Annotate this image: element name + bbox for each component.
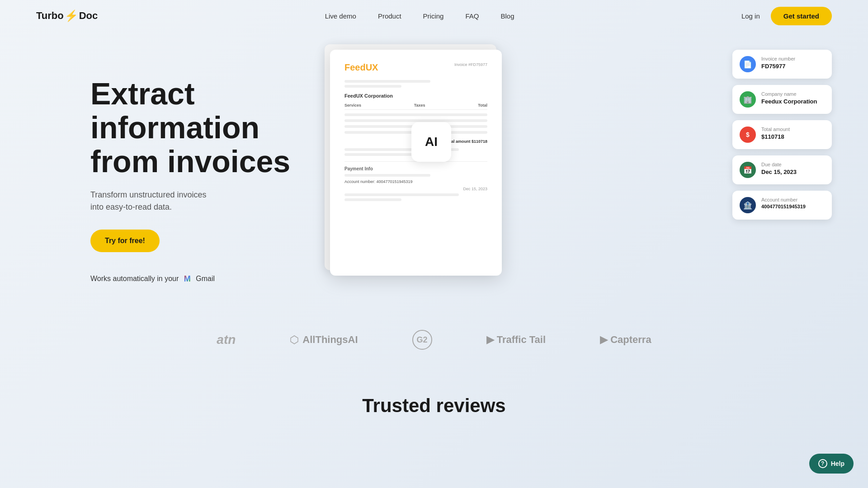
- help-label: Help: [831, 460, 844, 467]
- invoice-total-text: Total amount $110718: [445, 139, 487, 144]
- partner-allthingsai: AllThingsAI: [290, 334, 358, 346]
- info-card-invoice-number-value: FD75977: [761, 63, 795, 70]
- partner-atn: atn: [217, 333, 236, 347]
- ai-badge-text: AI: [425, 135, 438, 149]
- hero-section: Extract information from invoices Transf…: [0, 32, 868, 312]
- invoice-payment-section: Payment Info Account number: 40047701519…: [344, 161, 487, 201]
- headline-line2: information: [90, 110, 259, 145]
- hero-visual: FeedUX Invoice #FD75977 FeedUX Corporati…: [316, 50, 832, 285]
- invoice-table-header: Services Taxes Total: [344, 103, 487, 110]
- try-for-free-button[interactable]: Try for free!: [90, 230, 160, 252]
- info-card-invoice-number-content: Invoice number FD75977: [761, 56, 795, 70]
- info-card-due-date-value: Dec 15, 2023: [761, 169, 797, 175]
- trusted-reviews-heading: Trusted reviews: [36, 395, 832, 417]
- info-card-due-date-label: Due date: [761, 162, 797, 167]
- info-card-invoice-number-label: Invoice number: [761, 56, 795, 61]
- svg-marker-0: [291, 336, 298, 344]
- nav-faq[interactable]: FAQ: [465, 12, 479, 20]
- invoice-number-icon: 📄: [740, 56, 756, 72]
- inv-col-taxes: Taxes: [414, 103, 425, 108]
- info-card-account-number: 🏦 Account number 4004770151945319: [732, 191, 832, 220]
- get-started-button[interactable]: Get started: [771, 7, 832, 25]
- invoice-number-area: Invoice #FD75977: [454, 62, 487, 67]
- partner-g2: G2: [412, 330, 432, 350]
- invoice-line-1: [344, 80, 430, 83]
- gmail-line: Works automatically in your M Gmail: [90, 274, 316, 284]
- hero-headline: Extract information from invoices: [90, 77, 316, 178]
- help-circle-icon: ?: [818, 459, 827, 468]
- due-date-icon: 📅: [740, 162, 756, 178]
- company-name-icon: 🏢: [740, 91, 756, 108]
- brand-name-part1: Turbo: [36, 10, 64, 22]
- invoice-company: FeedUX Corporation: [344, 93, 487, 99]
- invoice-line-5: [344, 174, 430, 177]
- invoice-number-label: Invoice #FD75977: [454, 62, 487, 67]
- total-amount-icon: $: [740, 127, 756, 143]
- nav-blog[interactable]: Blog: [500, 12, 514, 20]
- invoice-line-4: [344, 153, 416, 156]
- invoice-line-2: [344, 85, 401, 88]
- invoice-line-7: [344, 198, 401, 201]
- hero-text: Extract information from invoices Transf…: [90, 50, 316, 284]
- info-card-total-amount: $ Total amount $110718: [732, 120, 832, 149]
- info-card-company-name-content: Company name Feedux Corporation: [761, 91, 817, 105]
- nav-links: Live demo Product Pricing FAQ Blog: [325, 12, 514, 20]
- info-card-invoice-number: 📄 Invoice number FD75977: [732, 50, 832, 79]
- nav-actions: Log in Get started: [741, 7, 832, 25]
- brand-logo[interactable]: Turbo ⚡ Doc: [36, 9, 98, 22]
- info-card-company-name-label: Company name: [761, 91, 817, 97]
- gmail-icon: M: [182, 274, 192, 284]
- invoice-date: Dec 15, 2023: [344, 187, 487, 191]
- invoice-account: Account number: 4004770151945319: [344, 179, 487, 184]
- invoice-header: FeedUX Invoice #FD75977: [344, 62, 487, 73]
- brand-name-part2: Doc: [79, 10, 98, 22]
- info-card-account-number-value: 4004770151945319: [761, 204, 806, 209]
- info-card-total-amount-content: Total amount $110718: [761, 127, 790, 140]
- inv-col-services: Services: [344, 103, 361, 108]
- nav-product[interactable]: Product: [378, 12, 401, 20]
- info-card-total-amount-label: Total amount: [761, 127, 790, 132]
- invoice-payment-title: Payment Info: [344, 166, 487, 171]
- invoice-line-6: [344, 193, 459, 196]
- info-card-account-number-content: Account number 4004770151945319: [761, 197, 806, 209]
- gmail-prefix: Works automatically in your: [90, 275, 179, 283]
- hero-subtext: Transform unstructured invoices into eas…: [90, 189, 316, 213]
- brand-bolt: ⚡: [65, 9, 78, 22]
- info-card-due-date: 📅 Due date Dec 15, 2023: [732, 155, 832, 184]
- invoice-row-1: [344, 113, 487, 116]
- allthingsai-icon: [290, 335, 299, 344]
- partner-traffic-tail: ▶ Traffic Tail: [486, 334, 546, 346]
- nav-pricing[interactable]: Pricing: [423, 12, 444, 20]
- help-button[interactable]: ? Help: [809, 454, 854, 474]
- ai-badge: AI: [411, 122, 451, 162]
- login-link[interactable]: Log in: [741, 12, 760, 20]
- gmail-label: Gmail: [196, 275, 215, 283]
- inv-col-total: Total: [478, 103, 487, 108]
- navigation: Turbo ⚡ Doc Live demo Product Pricing FA…: [0, 0, 868, 32]
- info-card-due-date-content: Due date Dec 15, 2023: [761, 162, 797, 175]
- info-card-total-amount-value: $110718: [761, 133, 790, 140]
- trusted-reviews-section: Trusted reviews: [0, 368, 868, 435]
- partners-section: atn AllThingsAI G2 ▶ Traffic Tail ▶ Capt…: [0, 312, 868, 368]
- info-card-company-name: 🏢 Company name Feedux Corporation: [732, 85, 832, 114]
- info-card-company-name-value: Feedux Corporation: [761, 98, 817, 105]
- headline-line3: from invoices: [90, 144, 290, 178]
- nav-live-demo[interactable]: Live demo: [325, 12, 356, 20]
- subtext-line1: Transform unstructured invoices: [90, 190, 206, 199]
- account-number-icon: 🏦: [740, 197, 756, 213]
- invoice-row-2: [344, 119, 487, 122]
- subtext-line2: into easy-to-read data.: [90, 202, 172, 211]
- invoice-logo: FeedUX: [344, 62, 378, 73]
- headline-line1: Extract: [90, 76, 195, 111]
- info-cards: 📄 Invoice number FD75977 🏢 Company name …: [732, 50, 832, 220]
- partner-capterra: ▶ Capterra: [600, 334, 651, 346]
- info-card-account-number-label: Account number: [761, 197, 806, 202]
- invoice-paper: FeedUX Invoice #FD75977 FeedUX Corporati…: [330, 50, 502, 276]
